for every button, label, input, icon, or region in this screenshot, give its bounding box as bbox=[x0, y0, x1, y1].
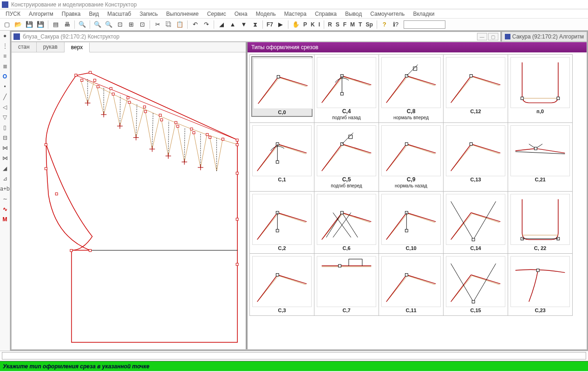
m-button[interactable]: M bbox=[349, 21, 356, 28]
cut-icon[interactable]: ✂ bbox=[152, 19, 163, 30]
save-icon[interactable]: 💾 bbox=[24, 19, 34, 30]
left-tool-15[interactable]: a+b bbox=[1, 185, 9, 193]
zoom-all-icon[interactable]: ⊡ bbox=[137, 19, 147, 30]
run-icon[interactable]: ▶ bbox=[275, 19, 286, 30]
left-tool-4[interactable]: O bbox=[1, 72, 9, 81]
seam-type-С13[interactable]: С,13 bbox=[445, 124, 506, 183]
left-tool-9[interactable]: ▯ bbox=[1, 123, 9, 132]
f7-button[interactable]: F7 bbox=[265, 21, 274, 28]
f-button[interactable]: F bbox=[342, 21, 348, 28]
redo-icon[interactable]: ↷ bbox=[201, 19, 211, 30]
left-tool-17[interactable]: ∿ bbox=[1, 205, 9, 213]
zoom-out-icon[interactable]: 🔍 bbox=[104, 19, 114, 30]
menu-самоучитель[interactable]: Самоучитель bbox=[366, 10, 408, 18]
k-button[interactable]: K bbox=[309, 21, 316, 28]
seam-type-С4[interactable]: С,4подгиб назад bbox=[316, 56, 377, 121]
menu-пуск[interactable]: ПУСК bbox=[2, 10, 24, 18]
mdi-right-tab[interactable]: Сакура (92:170:2) Алгоритм bbox=[502, 32, 587, 42]
copy-icon[interactable]: ⿻ bbox=[163, 19, 174, 30]
seam-type-С7[interactable]: С,7 bbox=[316, 255, 377, 314]
seam-label: п,0 bbox=[510, 108, 570, 114]
sp-button[interactable]: Sp bbox=[364, 21, 374, 28]
menu-алгоритм[interactable]: Алгоритм bbox=[25, 10, 57, 18]
hand-icon[interactable]: ✋ bbox=[291, 19, 301, 30]
left-tool-18[interactable]: M bbox=[1, 215, 9, 224]
menu-выполнение[interactable]: Выполнение bbox=[163, 10, 203, 18]
seam-type-С5[interactable]: С,5подгиб вперед bbox=[316, 124, 377, 189]
left-tool-2[interactable]: ≡ bbox=[1, 52, 9, 60]
seam-type-С22[interactable]: С, 22 bbox=[510, 193, 571, 252]
tab-рукав[interactable]: рукав bbox=[37, 42, 65, 52]
seam-type-С12[interactable]: С,12 bbox=[445, 56, 506, 115]
menu-вывод[interactable]: Вывод bbox=[341, 10, 366, 18]
menu-запись[interactable]: Запись bbox=[136, 10, 161, 18]
t-button[interactable]: T bbox=[357, 21, 363, 28]
seam-type-С11[interactable]: С,11 bbox=[380, 255, 442, 314]
menu-окна[interactable]: Окна bbox=[231, 10, 251, 18]
doc-icon[interactable]: ▤ bbox=[51, 19, 61, 30]
left-tool-12[interactable]: ⋈ bbox=[1, 154, 9, 162]
new-icon[interactable]: ▢ bbox=[2, 19, 12, 30]
toolbar-combo[interactable] bbox=[404, 20, 445, 29]
s-button[interactable]: S bbox=[334, 21, 341, 28]
left-tool-13[interactable]: ◢ bbox=[1, 164, 9, 173]
menu-правка[interactable]: Правка bbox=[58, 10, 85, 18]
save-all-icon[interactable]: 💾 bbox=[35, 19, 46, 30]
svg-rect-22 bbox=[112, 93, 114, 95]
zoom-in-icon[interactable]: 🔍 bbox=[92, 19, 103, 30]
menu-сервис[interactable]: Сервис bbox=[203, 10, 230, 18]
seam-type-С14[interactable]: С,14 bbox=[445, 193, 506, 252]
seam-type-С8[interactable]: С,8нормаль вперед bbox=[380, 56, 442, 121]
left-tool-16[interactable]: ∼ bbox=[1, 195, 9, 203]
menu-масштаб[interactable]: Масштаб bbox=[104, 10, 135, 18]
context-help-icon[interactable]: ℹ? bbox=[391, 19, 401, 30]
minimize-icon[interactable]: — bbox=[477, 33, 487, 40]
paste-icon[interactable]: 📋 bbox=[175, 19, 185, 30]
left-tool-0[interactable]: ● bbox=[1, 32, 9, 40]
left-tool-14[interactable]: ⊿ bbox=[1, 174, 9, 183]
marker4-icon[interactable]: ⧗ bbox=[250, 19, 260, 30]
menu-вид[interactable]: Вид bbox=[85, 10, 103, 18]
left-tool-1[interactable]: ⋮ bbox=[1, 42, 9, 50]
left-tool-7[interactable]: ◁ bbox=[1, 103, 9, 111]
menu-мастера[interactable]: Мастера bbox=[281, 10, 310, 18]
seam-type-С3[interactable]: С,3 bbox=[251, 255, 313, 314]
left-tool-8[interactable]: ▽ bbox=[1, 113, 9, 122]
print-icon[interactable]: 🖶 bbox=[62, 19, 72, 30]
zoom-fit-icon[interactable]: ⊡ bbox=[115, 19, 125, 30]
marker2-icon[interactable]: ▲ bbox=[228, 19, 238, 30]
marker3-icon[interactable]: ▼ bbox=[239, 19, 249, 30]
seam-type-С1[interactable]: С,1 bbox=[251, 124, 313, 183]
left-tool-5[interactable]: • bbox=[1, 83, 9, 91]
zoom-rect-icon[interactable]: ⊞ bbox=[126, 19, 136, 30]
menu-справка[interactable]: Справка bbox=[311, 10, 340, 18]
restore-icon[interactable]: ▢ bbox=[488, 33, 498, 40]
p-button[interactable]: P bbox=[302, 21, 308, 28]
seam-type-С15[interactable]: С,15 bbox=[445, 255, 506, 314]
menu-вкладки[interactable]: Вкладки bbox=[409, 10, 438, 18]
help-icon[interactable]: ? bbox=[379, 19, 390, 30]
seam-type-С9[interactable]: С,9нормаль назад bbox=[380, 124, 442, 189]
seam-type-С23[interactable]: С,23 bbox=[510, 255, 571, 314]
seam-type-С6[interactable]: С,6 bbox=[316, 193, 377, 252]
left-tool-3[interactable]: ≣ bbox=[1, 62, 9, 71]
pattern-canvas[interactable] bbox=[12, 52, 246, 349]
i-button[interactable]: I bbox=[317, 21, 321, 28]
seam-type-С10[interactable]: С,10 bbox=[380, 193, 442, 252]
seam-type-С0[interactable]: С,0 bbox=[251, 56, 313, 117]
seam-type-С21[interactable]: С,21 bbox=[510, 124, 571, 183]
left-tool-6[interactable]: ╱ bbox=[1, 93, 9, 101]
preview-icon[interactable]: 🔍 bbox=[77, 19, 87, 30]
open-icon[interactable]: 📂 bbox=[13, 19, 23, 30]
undo-icon[interactable]: ↶ bbox=[190, 19, 200, 30]
r-button[interactable]: R bbox=[327, 21, 333, 28]
seam-type-С2[interactable]: С,2 bbox=[251, 193, 313, 252]
command-input[interactable] bbox=[2, 352, 586, 359]
tab-стан[interactable]: стан bbox=[12, 42, 37, 52]
left-tool-10[interactable]: ⊟ bbox=[1, 134, 9, 142]
left-tool-11[interactable]: ⋈ bbox=[1, 144, 9, 152]
menu-модель[interactable]: Модель bbox=[252, 10, 280, 18]
seam-type-п0[interactable]: п,0 bbox=[510, 56, 571, 115]
marker1-icon[interactable]: ◢ bbox=[216, 19, 227, 30]
tab-верх[interactable]: верх bbox=[65, 43, 90, 52]
